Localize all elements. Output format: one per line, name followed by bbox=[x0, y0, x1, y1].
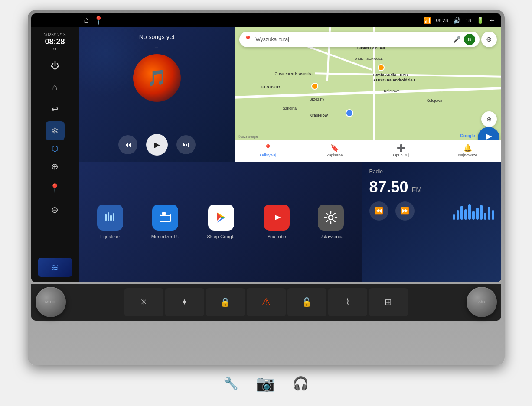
control-buttons: ✳ ✦ 🔒 ⚠ 🔓 ⌇ ⊞ bbox=[66, 288, 467, 316]
next-button[interactable]: ⏭ bbox=[176, 135, 196, 154]
settings-icon-bg bbox=[318, 205, 344, 231]
najnowsze-label: Najnowsze bbox=[458, 153, 477, 157]
settings-label: Ustawienia bbox=[319, 234, 343, 239]
zapisane-label: Zapisane bbox=[326, 153, 343, 157]
opublikuj-label: Opublikuj bbox=[393, 153, 409, 157]
svg-rect-2 bbox=[110, 215, 112, 221]
audio-bar-3 bbox=[460, 206, 463, 220]
map-label-krasiejow: Krasiejów bbox=[309, 113, 328, 117]
sidebar-item-subtract[interactable]: ⊖ bbox=[46, 200, 65, 219]
map-search-bar[interactable]: 📍 Wyszukaj tutaj 🎤 B bbox=[239, 32, 480, 47]
radio-band: FM bbox=[412, 186, 422, 194]
radio-controls: ⏪ ⏩ bbox=[369, 201, 415, 221]
map-crosshair-button[interactable]: ⊕ bbox=[481, 111, 497, 127]
left-sidebar: 2023/12/13 08:28 śr ⏻ ⌂ ↩ ❄ ⬡ ⊕ 📍 ⊖ ≋ bbox=[31, 27, 79, 282]
radio-prev-button[interactable]: ⏪ bbox=[369, 201, 388, 221]
youtube-label: YouTube bbox=[268, 234, 286, 239]
date: 2023/12/13 bbox=[44, 32, 65, 37]
playstore-icon-bg bbox=[208, 205, 234, 231]
map-label-kolejowa1: Kolejowa bbox=[384, 89, 400, 93]
left-knob[interactable]: MUTE bbox=[36, 287, 66, 317]
sidebar-item-add[interactable]: ⊕ bbox=[46, 157, 65, 176]
sidebar-item-bluetooth: ⬡ bbox=[52, 144, 59, 153]
opublikuj-icon: ➕ bbox=[397, 144, 405, 152]
start-arrow-icon: ▶ bbox=[486, 132, 491, 140]
map-bottom-bar: 📍 Odkrywaj 🔖 Zapisane ➕ Opublikuj 🔔 bbox=[235, 140, 501, 162]
audio-visualization bbox=[453, 202, 494, 220]
app-equalizer[interactable]: Equalizer bbox=[97, 205, 123, 239]
maps-app-icon[interactable]: 📍 bbox=[94, 16, 103, 25]
music-widget: No songs yet -- 🎵 ⏮ ▶ ⏭ bbox=[79, 27, 235, 162]
filemanager-label: Menedżer P.. bbox=[151, 234, 179, 239]
radio-next-button[interactable]: ⏩ bbox=[395, 201, 415, 221]
day-label: śr bbox=[44, 46, 65, 51]
map-label-elgusto: ELGUSTO bbox=[261, 85, 280, 89]
map-pin-2 bbox=[311, 83, 318, 90]
audio-bar-6 bbox=[472, 211, 475, 220]
app-filemanager[interactable]: Menedżer P.. bbox=[151, 205, 179, 239]
radio-freq-row: 87.50 FM bbox=[369, 178, 494, 196]
control-bar: MUTE ✳ ✦ 🔒 ⚠ 🔓 ⌇ ⊞ bbox=[31, 284, 501, 321]
back-button[interactable]: ← bbox=[489, 16, 496, 24]
map-tab-zapisane[interactable]: 🔖 Zapisane bbox=[301, 144, 368, 157]
fan-high-icon: ✳ bbox=[140, 297, 147, 307]
fan-low-icon: ✦ bbox=[181, 297, 188, 307]
map-tab-opublikuj[interactable]: ➕ Opublikuj bbox=[368, 144, 435, 157]
map-location-button[interactable]: ⊕ bbox=[481, 32, 497, 47]
odkrywaj-icon: 📍 bbox=[264, 144, 272, 152]
sidebar-item-snowflake[interactable]: ❄ bbox=[46, 121, 65, 140]
top-app-bar: ⌂ 📍 bbox=[79, 13, 192, 27]
sidebar-item-home[interactable]: ⌂ bbox=[46, 78, 65, 97]
sidebar-item-location[interactable]: 📍 bbox=[46, 179, 65, 198]
svg-rect-3 bbox=[113, 213, 114, 221]
app-settings[interactable]: Ustawienia bbox=[318, 205, 344, 239]
map-tab-odkrywaj[interactable]: 📍 Odkrywaj bbox=[235, 144, 302, 157]
wiper-icon: ⌇ bbox=[346, 297, 350, 307]
sidebar-item-back[interactable]: ↩ bbox=[46, 100, 65, 119]
audio-bar-1 bbox=[453, 214, 455, 220]
play-button[interactable]: ▶ bbox=[146, 134, 168, 156]
fan-low-button[interactable]: ✦ bbox=[165, 288, 204, 316]
svg-rect-1 bbox=[108, 212, 109, 221]
map-label-lidii: U LIDII SCHROLL' bbox=[355, 57, 383, 61]
audio-bar-11 bbox=[492, 210, 494, 220]
app-playstore[interactable]: Sklep Googl.. bbox=[207, 205, 235, 239]
screen-content: No songs yet -- 🎵 ⏮ ▶ ⏭ bbox=[79, 27, 501, 282]
fan-high-button[interactable]: ✳ bbox=[124, 288, 163, 316]
filemanager-icon-bg bbox=[152, 205, 178, 231]
clock: 08:28 bbox=[44, 37, 65, 46]
voice-button[interactable]: ≋ bbox=[38, 258, 72, 277]
prev-button[interactable]: ⏮ bbox=[118, 135, 137, 154]
right-knob[interactable]: A/C bbox=[467, 287, 497, 317]
left-knob-label: MUTE bbox=[45, 300, 56, 304]
user-avatar: B bbox=[464, 34, 475, 45]
radio-frequency: 87.50 bbox=[369, 178, 408, 196]
lock2-button[interactable]: 🔓 bbox=[287, 288, 326, 316]
hazard-button[interactable]: ⚠ bbox=[247, 288, 286, 316]
map-label-krasienka: Gościeniec Krasienka bbox=[275, 71, 313, 76]
audio-bar-7 bbox=[476, 208, 479, 220]
svg-rect-5 bbox=[162, 212, 166, 215]
screen: 📶 08:28 🔊 18 🔋 ← ⌂ 📍 2023/12/13 08:28 śr… bbox=[31, 13, 501, 282]
app-youtube[interactable]: YouTube bbox=[264, 205, 290, 239]
defrost-button[interactable]: ⊞ bbox=[369, 288, 408, 316]
najnowsze-icon: 🔔 bbox=[463, 144, 472, 152]
car-unit: 📶 08:28 🔊 18 🔋 ← ⌂ 📍 2023/12/13 08:28 śr… bbox=[28, 10, 505, 365]
mic-icon[interactable]: 🎤 bbox=[453, 36, 460, 43]
wiper-button[interactable]: ⌇ bbox=[328, 288, 367, 316]
home-app-icon[interactable]: ⌂ bbox=[84, 16, 89, 25]
camera-icon: 📷 bbox=[256, 374, 275, 393]
lock1-button[interactable]: 🔒 bbox=[206, 288, 245, 316]
map-tab-najnowsze[interactable]: 🔔 Najnowsze bbox=[434, 144, 501, 157]
hazard-icon: ⚠ bbox=[261, 296, 271, 308]
radio-label: Radio bbox=[369, 169, 494, 175]
music-subtitle: -- bbox=[85, 44, 229, 50]
radio-bottom: ⏪ ⏩ bbox=[369, 201, 494, 221]
search-text: Wyszukaj tutaj bbox=[256, 36, 450, 42]
sidebar-item-power[interactable]: ⏻ bbox=[46, 56, 65, 75]
apps-panel: Equalizer Menedżer P.. bbox=[79, 162, 362, 282]
music-album-art: 🎵 bbox=[133, 54, 181, 102]
map-label-brzeziny: Brzeziny bbox=[309, 97, 324, 101]
map-label-strefa: Strefa Audio - CARAUDIO na Androidzie ! bbox=[373, 73, 415, 83]
audio-bar-5 bbox=[468, 204, 471, 220]
